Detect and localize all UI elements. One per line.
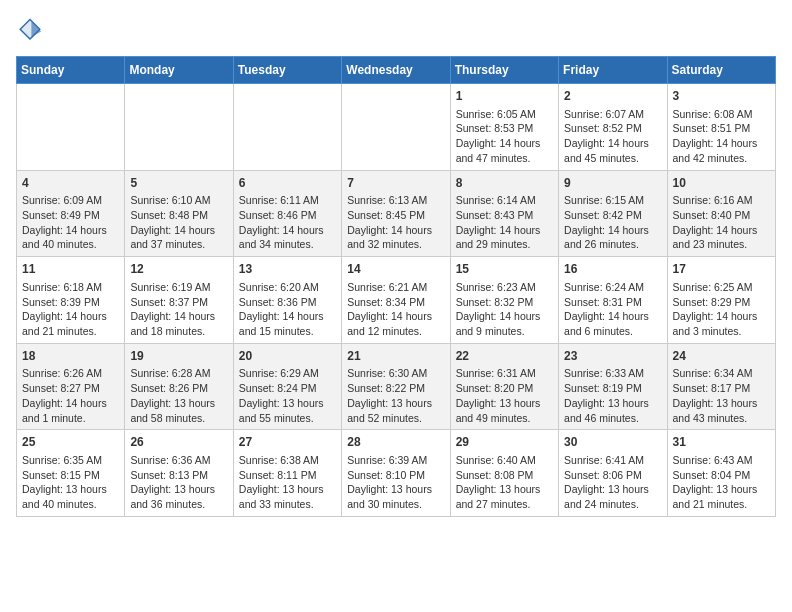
day-info: Daylight: 13 hours and 30 minutes. [347,482,444,511]
day-info: Daylight: 14 hours and 18 minutes. [130,309,227,338]
col-header-monday: Monday [125,57,233,84]
empty-cell [125,84,233,171]
day-info: Daylight: 14 hours and 1 minute. [22,396,119,425]
day-info: Sunset: 8:39 PM [22,295,119,310]
day-info: Sunset: 8:08 PM [456,468,553,483]
day-info: Daylight: 13 hours and 24 minutes. [564,482,661,511]
day-info: Daylight: 14 hours and 3 minutes. [673,309,770,338]
day-cell-19: 19Sunrise: 6:28 AMSunset: 8:26 PMDayligh… [125,343,233,430]
day-info: Sunset: 8:43 PM [456,208,553,223]
day-info: Daylight: 14 hours and 12 minutes. [347,309,444,338]
week-row-4: 18Sunrise: 6:26 AMSunset: 8:27 PMDayligh… [17,343,776,430]
day-number: 29 [456,434,553,451]
day-number: 10 [673,175,770,192]
day-cell-18: 18Sunrise: 6:26 AMSunset: 8:27 PMDayligh… [17,343,125,430]
day-info: Daylight: 14 hours and 34 minutes. [239,223,336,252]
day-info: Sunset: 8:04 PM [673,468,770,483]
day-info: Sunrise: 6:36 AM [130,453,227,468]
day-cell-5: 5Sunrise: 6:10 AMSunset: 8:48 PMDaylight… [125,170,233,257]
day-info: Sunset: 8:20 PM [456,381,553,396]
day-info: Sunset: 8:13 PM [130,468,227,483]
day-info: Sunrise: 6:23 AM [456,280,553,295]
day-number: 2 [564,88,661,105]
day-info: Sunrise: 6:39 AM [347,453,444,468]
day-info: Sunset: 8:31 PM [564,295,661,310]
day-info: Sunset: 8:34 PM [347,295,444,310]
day-info: Daylight: 13 hours and 55 minutes. [239,396,336,425]
day-info: Sunrise: 6:38 AM [239,453,336,468]
day-number: 20 [239,348,336,365]
day-info: Sunset: 8:40 PM [673,208,770,223]
day-info: Sunset: 8:06 PM [564,468,661,483]
day-info: Daylight: 14 hours and 26 minutes. [564,223,661,252]
day-number: 12 [130,261,227,278]
day-cell-20: 20Sunrise: 6:29 AMSunset: 8:24 PMDayligh… [233,343,341,430]
col-header-sunday: Sunday [17,57,125,84]
day-number: 8 [456,175,553,192]
day-number: 16 [564,261,661,278]
day-info: Daylight: 13 hours and 52 minutes. [347,396,444,425]
day-number: 19 [130,348,227,365]
day-number: 14 [347,261,444,278]
day-cell-4: 4Sunrise: 6:09 AMSunset: 8:49 PMDaylight… [17,170,125,257]
day-info: Sunrise: 6:19 AM [130,280,227,295]
day-info: Sunset: 8:22 PM [347,381,444,396]
day-cell-28: 28Sunrise: 6:39 AMSunset: 8:10 PMDayligh… [342,430,450,517]
logo [16,16,46,44]
day-info: Sunrise: 6:08 AM [673,107,770,122]
day-number: 25 [22,434,119,451]
day-info: Sunrise: 6:43 AM [673,453,770,468]
day-info: Daylight: 13 hours and 58 minutes. [130,396,227,425]
day-info: Sunset: 8:27 PM [22,381,119,396]
day-number: 5 [130,175,227,192]
col-header-friday: Friday [559,57,667,84]
col-header-wednesday: Wednesday [342,57,450,84]
day-number: 6 [239,175,336,192]
page-header [16,16,776,44]
day-info: Daylight: 14 hours and 15 minutes. [239,309,336,338]
day-cell-22: 22Sunrise: 6:31 AMSunset: 8:20 PMDayligh… [450,343,558,430]
day-info: Sunset: 8:17 PM [673,381,770,396]
day-info: Sunset: 8:15 PM [22,468,119,483]
day-cell-11: 11Sunrise: 6:18 AMSunset: 8:39 PMDayligh… [17,257,125,344]
empty-cell [342,84,450,171]
week-row-1: 1Sunrise: 6:05 AMSunset: 8:53 PMDaylight… [17,84,776,171]
day-number: 11 [22,261,119,278]
day-info: Sunrise: 6:13 AM [347,193,444,208]
day-cell-3: 3Sunrise: 6:08 AMSunset: 8:51 PMDaylight… [667,84,775,171]
day-number: 3 [673,88,770,105]
day-number: 22 [456,348,553,365]
day-info: Sunset: 8:11 PM [239,468,336,483]
day-info: Sunrise: 6:29 AM [239,366,336,381]
day-cell-7: 7Sunrise: 6:13 AMSunset: 8:45 PMDaylight… [342,170,450,257]
day-info: Sunset: 8:51 PM [673,121,770,136]
day-info: Daylight: 14 hours and 47 minutes. [456,136,553,165]
day-info: Sunrise: 6:35 AM [22,453,119,468]
day-info: Sunrise: 6:30 AM [347,366,444,381]
day-info: Daylight: 13 hours and 21 minutes. [673,482,770,511]
day-number: 13 [239,261,336,278]
day-info: Daylight: 14 hours and 42 minutes. [673,136,770,165]
calendar-table: SundayMondayTuesdayWednesdayThursdayFrid… [16,56,776,517]
day-number: 27 [239,434,336,451]
day-info: Sunrise: 6:41 AM [564,453,661,468]
day-cell-24: 24Sunrise: 6:34 AMSunset: 8:17 PMDayligh… [667,343,775,430]
day-number: 7 [347,175,444,192]
day-cell-2: 2Sunrise: 6:07 AMSunset: 8:52 PMDaylight… [559,84,667,171]
day-number: 17 [673,261,770,278]
day-info: Sunset: 8:45 PM [347,208,444,223]
empty-cell [17,84,125,171]
day-cell-13: 13Sunrise: 6:20 AMSunset: 8:36 PMDayligh… [233,257,341,344]
day-info: Daylight: 14 hours and 29 minutes. [456,223,553,252]
day-info: Sunrise: 6:21 AM [347,280,444,295]
day-info: Sunset: 8:37 PM [130,295,227,310]
day-info: Daylight: 14 hours and 6 minutes. [564,309,661,338]
day-cell-9: 9Sunrise: 6:15 AMSunset: 8:42 PMDaylight… [559,170,667,257]
day-info: Sunrise: 6:28 AM [130,366,227,381]
day-cell-16: 16Sunrise: 6:24 AMSunset: 8:31 PMDayligh… [559,257,667,344]
day-info: Sunset: 8:24 PM [239,381,336,396]
day-info: Sunrise: 6:40 AM [456,453,553,468]
day-number: 28 [347,434,444,451]
day-number: 4 [22,175,119,192]
day-info: Sunrise: 6:05 AM [456,107,553,122]
